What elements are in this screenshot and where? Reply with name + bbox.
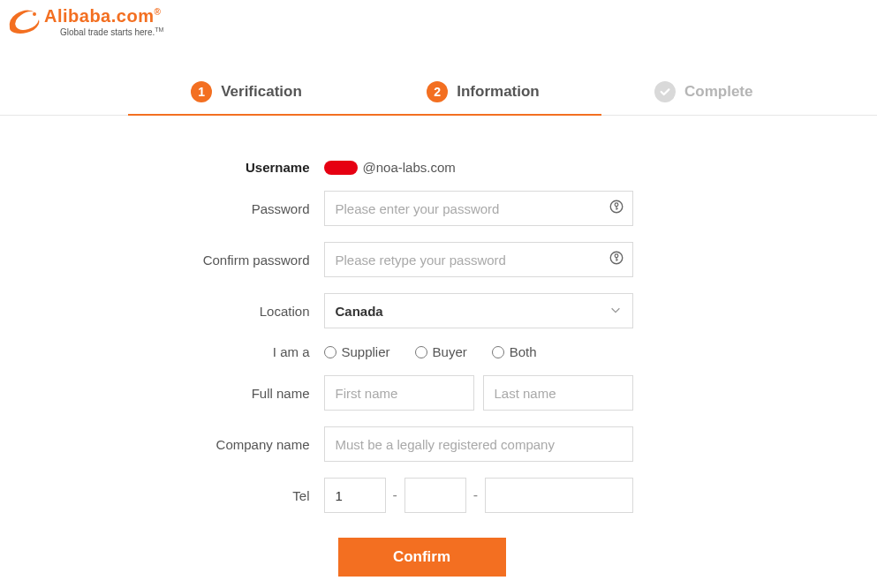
password-key-icon[interactable] (609, 250, 624, 269)
tel-separator: - (473, 487, 478, 503)
step-information: 2 Information (365, 74, 601, 115)
password-key-icon[interactable] (609, 199, 624, 218)
firstname-input[interactable] (324, 375, 474, 411)
username-value: @noa-labs.com (324, 160, 633, 175)
confirm-password-label: Confirm password (112, 253, 324, 268)
redacted-username-icon (324, 161, 358, 175)
company-row: Company name (112, 426, 766, 462)
svg-point-0 (33, 12, 36, 16)
location-label: Location (112, 304, 324, 319)
role-label: I am a (112, 344, 324, 359)
location-value: Canada (336, 304, 383, 319)
page-header: Alibaba.com® Global trade starts here.TM (0, 0, 877, 39)
radio-supplier[interactable]: Supplier (324, 344, 390, 359)
logo-tagline: Global trade starts here.TM (60, 26, 163, 37)
tel-row: Tel - - (112, 478, 766, 513)
tel-number-input[interactable] (485, 478, 632, 513)
tel-area-code-input[interactable] (404, 478, 466, 513)
role-row: I am a Supplier Buyer Both (112, 344, 766, 359)
brand-logo[interactable]: Alibaba.com® Global trade starts here.TM (7, 7, 877, 39)
company-input[interactable] (324, 426, 633, 462)
registration-form: Username @noa-labs.com Password Confirm … (112, 160, 766, 577)
location-select[interactable]: Canada (324, 293, 633, 328)
step-number-badge: 2 (427, 81, 448, 102)
radio-both[interactable]: Both (492, 344, 537, 359)
fullname-label: Full name (112, 386, 324, 401)
step-label: Verification (221, 83, 302, 101)
check-icon (654, 81, 676, 102)
location-row: Location Canada (112, 293, 766, 328)
confirm-button[interactable]: Confirm (338, 538, 506, 577)
username-label: Username (112, 160, 324, 175)
company-label: Company name (112, 437, 324, 452)
tel-separator: - (393, 487, 397, 503)
radio-buyer-input[interactable] (415, 346, 427, 358)
password-label: Password (112, 201, 324, 216)
chevron-down-icon (609, 304, 622, 319)
step-verification: 1 Verification (128, 74, 365, 115)
lastname-input[interactable] (483, 375, 633, 411)
tel-label: Tel (112, 488, 324, 503)
tel-country-code-input[interactable] (324, 478, 386, 513)
svg-point-2 (615, 203, 618, 207)
alibaba-swoosh-icon (7, 7, 42, 39)
step-label: Complete (684, 83, 752, 101)
step-number-badge: 1 (191, 81, 212, 102)
step-complete: Complete (601, 74, 877, 115)
confirm-password-input[interactable] (324, 242, 633, 277)
username-row: Username @noa-labs.com (112, 160, 766, 175)
radio-supplier-input[interactable] (324, 346, 336, 358)
logo-text: Alibaba.com® (44, 7, 163, 25)
step-label: Information (457, 83, 540, 101)
radio-both-input[interactable] (492, 346, 504, 358)
username-domain: @noa-labs.com (363, 160, 456, 175)
radio-buyer[interactable]: Buyer (415, 344, 467, 359)
fullname-row: Full name (112, 375, 766, 411)
svg-point-4 (615, 254, 618, 258)
password-input[interactable] (324, 191, 633, 226)
password-row: Password (112, 191, 766, 226)
steps-progress: 1 Verification 2 Information Complete (0, 74, 877, 116)
confirm-password-row: Confirm password (112, 242, 766, 277)
